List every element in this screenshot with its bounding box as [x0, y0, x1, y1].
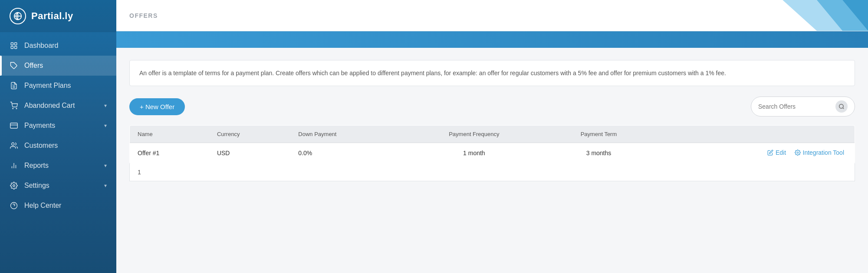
sidebar-item-customers-label: Customers [24, 142, 58, 150]
app-name: Partial.ly [31, 10, 73, 22]
col-currency: Currency [209, 126, 290, 143]
offer-payment-frequency: 1 month [404, 143, 544, 163]
integration-label: Integration Tool [803, 149, 844, 156]
svg-point-19 [11, 203, 17, 209]
sidebar-navigation: Dashboard Offers Payment Plans Abandoned… [0, 32, 116, 273]
blue-banner [116, 31, 868, 48]
integration-icon [795, 150, 801, 156]
col-name: Name [130, 126, 209, 143]
users-icon [10, 141, 18, 150]
offer-name: Offer #1 [130, 143, 209, 163]
col-payment-frequency: Payment Frequency [404, 126, 544, 143]
svg-point-10 [13, 108, 13, 109]
offer-currency: USD [209, 143, 290, 163]
sidebar-item-dashboard-label: Dashboard [24, 42, 58, 50]
chevron-down-icon-reports: ▾ [104, 163, 107, 169]
svg-line-25 [843, 108, 844, 109]
page-header: OFFERS [116, 0, 868, 31]
bar-chart-icon [10, 161, 18, 170]
svg-rect-4 [15, 43, 17, 45]
actions-row: + New Offer [129, 97, 855, 117]
col-down-payment: Down Payment [290, 126, 404, 143]
search-input[interactable] [758, 103, 832, 110]
table-header-row: Name Currency Down Payment Payment Frequ… [130, 126, 855, 143]
svg-rect-12 [10, 123, 18, 128]
credit-card-icon [10, 121, 18, 130]
main-content: OFFERS An offer is a template of terms f… [116, 0, 868, 273]
file-text-icon [10, 81, 18, 90]
svg-point-14 [12, 143, 14, 145]
sidebar-item-dashboard[interactable]: Dashboard [0, 36, 116, 56]
shopping-cart-icon [10, 101, 18, 110]
tag-icon [10, 61, 18, 70]
edit-icon [767, 150, 773, 156]
logo-icon [10, 8, 26, 24]
search-wrapper [751, 97, 855, 117]
chevron-down-icon: ▾ [104, 103, 107, 109]
offer-actions: Edit Integration Tool [654, 143, 855, 163]
edit-link[interactable]: Edit [767, 149, 786, 156]
sidebar-item-abandoned-cart[interactable]: Abandoned Cart ▾ [0, 96, 116, 116]
sidebar-item-settings[interactable]: Settings ▾ [0, 176, 116, 196]
page-number: 1 [138, 169, 141, 176]
offer-down-payment: 0.0% [290, 143, 404, 163]
search-button[interactable] [835, 100, 848, 113]
sidebar-item-help-center-label: Help Center [24, 202, 61, 210]
svg-rect-6 [15, 47, 17, 49]
col-payment-term: Payment Term [544, 126, 654, 143]
page-title: OFFERS [129, 12, 158, 19]
table-row: Offer #1 USD 0.0% 1 month 3 months E [130, 143, 855, 163]
sidebar-item-payment-plans-label: Payment Plans [24, 82, 71, 90]
svg-point-24 [839, 104, 843, 108]
sidebar-item-reports[interactable]: Reports ▾ [0, 156, 116, 176]
info-box: An offer is a template of terms for a pa… [129, 60, 855, 86]
svg-rect-5 [11, 47, 13, 49]
sidebar-logo[interactable]: Partial.ly [0, 0, 116, 32]
search-icon [838, 103, 845, 110]
svg-rect-3 [11, 43, 13, 45]
sidebar-item-customers[interactable]: Customers [0, 136, 116, 156]
integration-tool-link[interactable]: Integration Tool [795, 149, 844, 156]
content-area: An offer is a template of terms for a pa… [116, 48, 868, 273]
sidebar-item-offers[interactable]: Offers [0, 56, 116, 76]
help-circle-icon [10, 201, 18, 210]
offer-payment-term: 3 months [544, 143, 654, 163]
sidebar-item-payment-plans[interactable]: Payment Plans [0, 76, 116, 96]
settings-icon [10, 181, 18, 190]
sidebar-item-payments-label: Payments [24, 122, 55, 130]
sidebar-item-abandoned-cart-label: Abandoned Cart [24, 102, 75, 110]
edit-label: Edit [776, 149, 786, 156]
grid-icon [10, 41, 18, 50]
chevron-down-icon-payments: ▾ [104, 123, 107, 129]
sidebar: Partial.ly Dashboard Offers Payment Plan… [0, 0, 116, 273]
sidebar-item-offers-label: Offers [24, 62, 43, 70]
svg-point-18 [13, 185, 15, 187]
sidebar-item-payments[interactable]: Payments ▾ [0, 116, 116, 136]
chevron-down-icon-settings: ▾ [104, 183, 107, 189]
info-text: An offer is a template of terms for a pa… [139, 70, 726, 77]
svg-point-26 [797, 152, 799, 154]
new-offer-button[interactable]: + New Offer [129, 98, 185, 115]
sidebar-item-help-center[interactable]: Help Center [0, 196, 116, 216]
offers-table: Name Currency Down Payment Payment Frequ… [129, 125, 855, 163]
pagination: 1 [129, 163, 855, 181]
svg-point-11 [16, 108, 17, 109]
sidebar-item-reports-label: Reports [24, 162, 49, 170]
col-actions [654, 126, 855, 143]
sidebar-item-settings-label: Settings [24, 182, 49, 190]
